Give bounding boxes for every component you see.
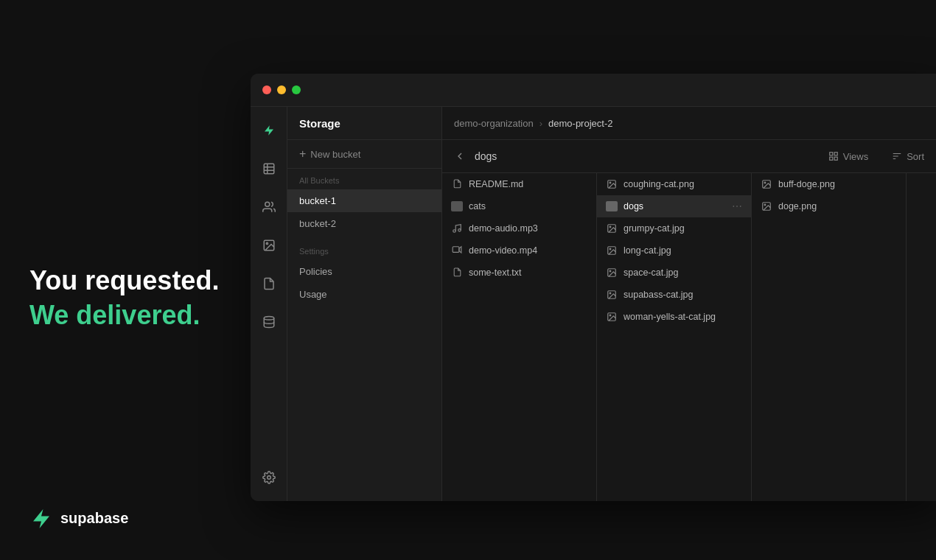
filename: supabass-cat.jpg (624, 290, 694, 300)
filename: README.md (469, 179, 523, 189)
filename: grumpy-cat.jpg (624, 223, 685, 234)
minimize-button[interactable] (277, 85, 286, 94)
app-window: Storage + New bucket All Buckets bucket-… (251, 74, 936, 501)
list-item[interactable]: doge.png (752, 195, 906, 217)
breadcrumb-separator: › (539, 118, 542, 129)
sidebar-icon-settings[interactable] (257, 466, 281, 489)
svg-rect-9 (829, 153, 832, 155)
sidebar-icon-users[interactable] (257, 195, 281, 219)
supabase-brand: supabase (29, 507, 221, 531)
svg-point-25 (610, 248, 611, 250)
close-button[interactable] (262, 85, 271, 94)
views-label: Views (843, 151, 868, 162)
image-file-icon (606, 178, 618, 190)
gear-icon (262, 471, 276, 484)
audio-icon (451, 223, 463, 234)
list-item[interactable]: woman-yells-at-cat.jpg (597, 306, 751, 328)
svg-point-6 (266, 242, 268, 244)
breadcrumb-org[interactable]: demo-organization (454, 118, 534, 129)
list-item[interactable]: supabass-cat.jpg (597, 284, 751, 306)
plus-icon: + (299, 147, 306, 161)
image-file-icon (761, 178, 772, 190)
marketing-area: You requested. We delivered. supabase (0, 0, 251, 560)
list-item[interactable]: space-cat.jpg (597, 262, 751, 284)
filename: doge.png (778, 201, 817, 211)
table-icon (262, 162, 276, 175)
list-item[interactable]: dogs ⋯ (597, 195, 751, 217)
chevron-left-icon (454, 150, 466, 162)
sidebar-item-usage[interactable]: Usage (287, 283, 441, 306)
svg-point-8 (267, 476, 270, 480)
file-empty-area (907, 173, 936, 501)
sidebar-icon-table[interactable] (257, 157, 281, 181)
video-icon (451, 245, 463, 256)
list-item[interactable]: demo-video.mp4 (442, 239, 596, 262)
sidebar-item-policies[interactable]: Policies (287, 260, 441, 283)
folder-icon (451, 200, 463, 212)
list-item[interactable]: some-text.txt (442, 262, 596, 284)
list-item[interactable]: buff-doge.png (752, 173, 906, 195)
sort-button[interactable]: Sort (884, 147, 932, 166)
image-file-icon (606, 245, 618, 256)
marketing-headline: You requested. We delivered. (29, 117, 221, 331)
sidebar-icon-storage[interactable] (257, 119, 281, 142)
sidebar-icon-docs[interactable] (257, 272, 281, 295)
svg-rect-18 (453, 247, 459, 253)
storage-title: Storage (287, 107, 441, 140)
svg-point-31 (610, 315, 611, 316)
svg-rect-10 (834, 153, 837, 155)
all-buckets-label: All Buckets (287, 169, 441, 189)
marketing-line1: You requested. (29, 265, 221, 296)
list-item[interactable]: cats (442, 195, 596, 217)
svg-rect-0 (264, 164, 274, 174)
svg-rect-11 (829, 157, 832, 160)
image-file-icon (761, 200, 772, 212)
svg-point-7 (264, 317, 274, 321)
folder-icon (606, 200, 618, 212)
svg-point-33 (764, 182, 766, 183)
new-bucket-button[interactable]: + New bucket (287, 140, 441, 169)
filename: some-text.txt (469, 267, 522, 278)
filename: long-cat.jpg (624, 245, 671, 256)
sidebar-icon-database[interactable] (257, 310, 281, 334)
breadcrumb-project[interactable]: demo-project-2 (548, 118, 612, 129)
list-item[interactable]: long-cat.jpg (597, 239, 751, 262)
list-item[interactable]: demo-audio.mp3 (442, 217, 596, 239)
svg-point-23 (610, 226, 611, 228)
svg-point-17 (458, 229, 461, 232)
more-options-button[interactable]: ⋯ (732, 200, 742, 212)
filename: demo-video.mp4 (469, 245, 537, 256)
supabase-brand-name: supabase (60, 510, 128, 527)
views-button[interactable]: Views (821, 147, 876, 166)
filename: space-cat.jpg (624, 267, 678, 278)
image-icon (262, 239, 276, 252)
supabase-logo-icon (29, 507, 53, 531)
users-icon (262, 200, 276, 214)
bolt-icon (262, 124, 276, 137)
list-item[interactable]: grumpy-cat.jpg (597, 217, 751, 239)
back-button[interactable] (454, 150, 466, 162)
main-content: demo-organization › demo-project-2 dogs (442, 107, 936, 501)
svg-point-35 (764, 204, 766, 206)
image-file-icon (606, 289, 618, 301)
database-icon (262, 315, 276, 329)
svg-point-4 (265, 202, 269, 206)
image-file-icon (606, 223, 618, 234)
svg-point-21 (610, 182, 611, 183)
svg-point-27 (610, 270, 611, 272)
breadcrumb: demo-organization › demo-project-2 (442, 107, 936, 140)
maximize-button[interactable] (292, 85, 301, 94)
file-columns: README.md cats (442, 173, 936, 501)
sidebar-icon-media[interactable] (257, 234, 281, 257)
icon-sidebar (251, 107, 287, 501)
toolbar-actions: Views Sort (821, 147, 932, 166)
title-bar (251, 74, 936, 107)
list-item[interactable]: coughing-cat.png (597, 173, 751, 195)
filename: demo-audio.mp3 (469, 223, 538, 234)
file-column-1: README.md cats (442, 173, 597, 501)
svg-point-16 (453, 230, 456, 233)
sidebar-item-bucket2[interactable]: bucket-2 (287, 212, 441, 235)
list-item[interactable]: README.md (442, 173, 596, 195)
sidebar-item-bucket1[interactable]: bucket-1 (287, 189, 441, 212)
storage-sidebar: Storage + New bucket All Buckets bucket-… (287, 107, 442, 501)
